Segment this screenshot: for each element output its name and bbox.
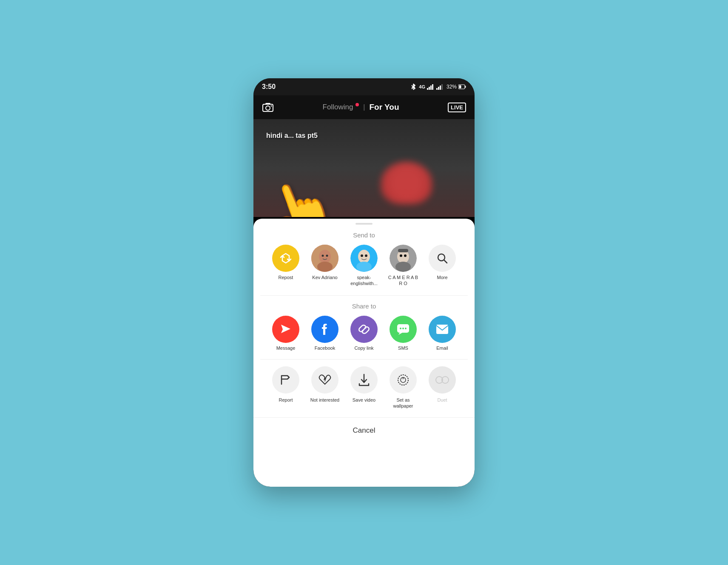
- svg-point-37: [405, 328, 407, 329]
- battery-icon: [458, 84, 466, 89]
- not-interested-label: Not interested: [310, 397, 339, 403]
- action-item-duet[interactable]: Duet: [425, 366, 459, 409]
- svg-point-18: [322, 255, 324, 257]
- repost-avatar: [272, 245, 299, 272]
- cancel-section: Cancel: [253, 417, 475, 443]
- nav-live[interactable]: LIVE: [448, 103, 466, 112]
- action-row: Report Not interested: [253, 361, 475, 411]
- action-item-report[interactable]: Report: [269, 366, 303, 409]
- svg-point-19: [326, 255, 328, 257]
- svg-point-35: [400, 328, 401, 329]
- battery-percent: 32%: [446, 84, 457, 90]
- speak-avatar: [350, 245, 378, 272]
- video-text-overlay: hindi a... tas pt5: [266, 132, 318, 140]
- wallpaper-icon-wrap: [390, 366, 417, 394]
- svg-line-33: [363, 328, 365, 331]
- nav-following[interactable]: Following: [323, 103, 353, 111]
- camera-avatar: [390, 245, 417, 272]
- more-avatar: [429, 245, 456, 272]
- nav-divider: |: [363, 103, 365, 111]
- wallpaper-label: Set as wallpaper: [386, 397, 420, 409]
- contact-item-speak[interactable]: speak-englishwith...: [347, 245, 381, 287]
- share-item-facebook[interactable]: Facebook: [308, 316, 342, 351]
- message-svg: [279, 324, 292, 335]
- repost-icon-svg: [279, 251, 293, 265]
- contact-item-camera[interactable]: C A M E R A B R O: [386, 245, 420, 287]
- svg-point-23: [361, 254, 363, 257]
- top-nav: Following | For You LIVE: [253, 95, 475, 119]
- speak-face-svg: [350, 245, 378, 272]
- svg-point-12: [266, 106, 270, 110]
- kev-label: Kev Adriano: [312, 274, 337, 280]
- svg-rect-4: [436, 88, 438, 90]
- bluetooth-icon: [410, 83, 416, 90]
- svg-rect-3: [432, 84, 433, 90]
- contacts-row: Repost Kev Adriano: [253, 245, 475, 287]
- svg-point-36: [402, 328, 404, 329]
- svg-point-29: [404, 254, 407, 257]
- sms-label: SMS: [398, 345, 408, 351]
- contact-item-kev[interactable]: Kev Adriano: [308, 245, 342, 287]
- svg-point-17: [317, 262, 333, 272]
- message-icon: [272, 316, 299, 343]
- hand-cursor: 👆: [257, 168, 344, 217]
- status-time: 3:50: [262, 83, 276, 91]
- cancel-button[interactable]: Cancel: [353, 426, 375, 435]
- svg-rect-13: [265, 103, 270, 105]
- status-bar: 3:50 4G: [253, 78, 475, 95]
- share-item-sms[interactable]: SMS: [386, 316, 420, 351]
- copylink-label: Copy link: [354, 345, 373, 351]
- svg-rect-0: [427, 88, 428, 90]
- duet-label: Duet: [437, 397, 447, 403]
- svg-rect-38: [436, 325, 448, 334]
- kev-avatar: [311, 245, 338, 272]
- repost-label: Repost: [279, 274, 293, 280]
- svg-point-27: [395, 262, 411, 272]
- status-icons: 4G 32%: [410, 83, 466, 90]
- network-4g: 4G: [419, 84, 425, 89]
- message-label: Message: [276, 345, 296, 351]
- svg-point-28: [400, 254, 402, 257]
- share-item-email[interactable]: Email: [425, 316, 459, 351]
- svg-line-32: [444, 260, 447, 263]
- report-label: Report: [279, 397, 293, 403]
- camera-icon[interactable]: [262, 102, 274, 112]
- divider-1: [260, 295, 468, 296]
- svg-rect-30: [398, 249, 408, 252]
- more-label: More: [437, 274, 447, 280]
- signal-icon-2: [436, 84, 444, 90]
- not-interested-icon-wrap: [311, 366, 338, 394]
- report-svg: [280, 374, 292, 386]
- svg-rect-1: [429, 87, 430, 90]
- email-svg: [435, 324, 449, 335]
- share-item-copylink[interactable]: Copy link: [347, 316, 381, 351]
- svg-rect-10: [459, 86, 461, 88]
- divider-2: [260, 359, 468, 360]
- contact-item-repost[interactable]: Repost: [269, 245, 303, 287]
- nav-notification-dot: [355, 103, 359, 106]
- speak-label: speak-englishwith...: [347, 274, 381, 287]
- share-row: Message Facebook: [253, 316, 475, 351]
- heart-broken-svg: [318, 374, 331, 386]
- svg-point-16: [319, 250, 331, 263]
- action-item-save-video[interactable]: Save video: [347, 366, 381, 409]
- contact-item-more[interactable]: More: [425, 245, 459, 287]
- link-svg: [358, 323, 370, 336]
- kev-face-svg: [311, 245, 338, 272]
- bottom-sheet: Send to Repost: [253, 219, 475, 487]
- svg-rect-9: [465, 86, 466, 88]
- svg-point-22: [356, 262, 372, 272]
- share-to-title: Share to: [253, 302, 475, 310]
- video-area[interactable]: hindi a... tas pt5 👆: [253, 119, 475, 217]
- nav-for-you[interactable]: For You: [370, 103, 399, 112]
- facebook-svg: [320, 323, 330, 336]
- action-item-set-wallpaper[interactable]: Set as wallpaper: [386, 366, 420, 409]
- facebook-label: Facebook: [315, 345, 335, 351]
- share-item-message[interactable]: Message: [269, 316, 303, 351]
- save-video-icon-wrap: [350, 366, 378, 394]
- copylink-icon: [350, 316, 378, 343]
- nav-tabs: Following | For You: [323, 103, 399, 112]
- duet-icon-wrap: [429, 366, 456, 394]
- facebook-icon: [311, 316, 338, 343]
- action-item-not-interested[interactable]: Not interested: [308, 366, 342, 409]
